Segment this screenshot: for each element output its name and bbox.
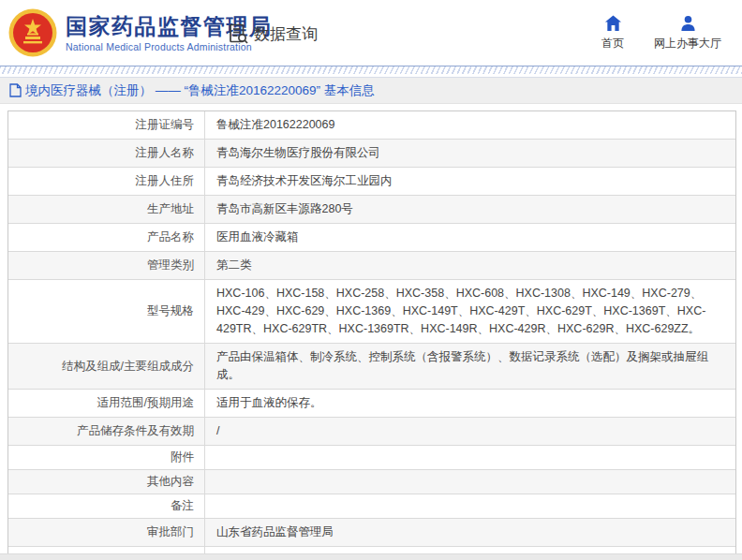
row-label: 注册人名称 [8,140,204,167]
table-row: 适用范围/预期用途适用于血液的保存。 [8,389,735,417]
table-row: 备注 [8,494,735,518]
document-search-icon [228,22,250,45]
document-icon [9,83,22,97]
row-value: / [204,418,735,445]
table-row: 管理类别第二类 [8,251,735,279]
row-value: 青岛经济技术开发区海尔工业园内 [204,168,735,195]
breadcrumb: 境内医疗器械（注册） —— “鲁械注准20162220069” 基本信息 [0,77,742,104]
row-value [204,470,735,494]
table-row: 注册人住所青岛经济技术开发区海尔工业园内 [8,167,735,195]
nav-home-label: 首页 [601,36,624,52]
national-emblem-icon [8,8,57,57]
table-row: 产品储存条件及有效期/ [8,417,735,445]
table-row: 注册证编号鲁械注准20162220069 [8,111,735,139]
table-row: 附件 [8,445,735,469]
home-icon [604,15,622,32]
row-value: 适用于血液的保存。 [204,390,735,417]
table-row: 产品名称医用血液冷藏箱 [8,223,735,251]
table-row: 注册人名称青岛海尔生物医疗股份有限公司 [8,139,735,167]
row-value [204,494,735,518]
hatched-strip [0,66,742,74]
row-label: 注册人住所 [8,168,204,195]
table-row: 型号规格HXC-106、HXC-158、HXC-258、HXC-358、HXC-… [8,279,735,343]
row-label: 备注 [8,494,204,518]
page-header: 国家药品监督管理局 National Medical Products Admi… [0,0,742,66]
row-label: 附件 [8,446,204,469]
table-row: 审批部门山东省药品监督管理局 [8,518,735,546]
row-label: 产品储存条件及有效期 [8,418,204,445]
row-label: 审批部门 [8,519,204,546]
row-label: 型号规格 [8,280,204,343]
row-value [204,446,735,469]
row-label: 生产地址 [8,196,204,223]
top-nav: 首页 网上办事大厅 [601,15,721,52]
breadcrumb-text: 境内医疗器械（注册） —— “鲁械注准20162220069” 基本信息 [25,82,375,99]
table-row: 生产地址青岛市高新区丰源路280号 [8,195,735,223]
row-value: 青岛海尔生物医疗股份有限公司 [204,140,735,167]
row-label: 结构及组成/主要组成成分 [8,344,204,389]
row-label: 其他内容 [8,470,204,494]
row-value: 青岛市高新区丰源路280号 [204,196,735,223]
row-value: 第二类 [204,252,735,279]
row-label: 管理类别 [8,252,204,279]
nav-service-hall-label: 网上办事大厅 [654,36,721,52]
row-label: 产品名称 [8,224,204,251]
row-value: 医用血液冷藏箱 [204,224,735,251]
row-value: HXC-106、HXC-158、HXC-258、HXC-358、HXC-608、… [204,280,735,343]
row-value: 山东省药品监督管理局 [204,519,735,546]
data-query-button[interactable]: 数据查询 [228,22,318,45]
person-icon [679,15,697,32]
row-label: 注册证编号 [8,111,204,139]
footer-strip [0,553,742,560]
row-value: 鲁械注准20162220069 [204,111,735,139]
table-row: 结构及组成/主要组成成分产品由保温箱体、制冷系统、控制系统（含报警系统）、数据记… [8,343,735,389]
nav-item-home[interactable]: 首页 [601,15,624,52]
row-label: 适用范围/预期用途 [8,390,204,417]
row-value: 产品由保温箱体、制冷系统、控制系统（含报警系统）、数据记录系统（选配）及搁架或抽… [204,344,735,389]
info-table: 注册证编号鲁械注准20162220069注册人名称青岛海尔生物医疗股份有限公司注… [7,111,736,560]
nav-item-service-hall[interactable]: 网上办事大厅 [654,15,721,52]
table-row: 其他内容 [8,469,735,494]
data-query-label: 数据查询 [254,23,318,45]
